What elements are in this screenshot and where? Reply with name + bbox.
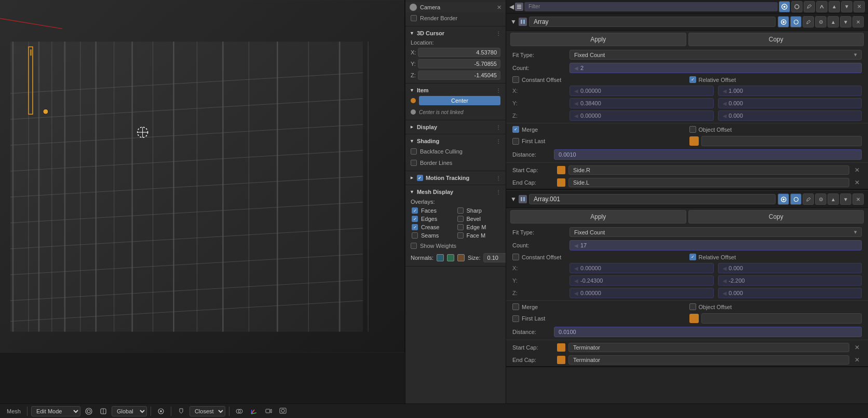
render-btn[interactable] (277, 407, 289, 416)
face-m-item[interactable]: Face M (456, 232, 501, 239)
array1-firstlast-checkbox[interactable] (512, 138, 519, 145)
backface-culling-row[interactable]: Backface Culling (405, 146, 506, 157)
array2-start-cap-clear[interactable]: ✕ (852, 343, 862, 352)
array2-viewport-btn[interactable] (790, 193, 802, 205)
up-arrow-icon[interactable]: ▲ (829, 1, 840, 12)
array1-start-cap-input[interactable]: Side.R (568, 165, 849, 175)
array1-obj-field[interactable] (701, 136, 862, 146)
array1-y-rel[interactable]: ◀ 0.000 (718, 98, 862, 108)
array1-obj-offset-checkbox[interactable] (689, 126, 696, 133)
array1-start-cap-clear[interactable]: ✕ (852, 165, 862, 175)
bevel-checkbox[interactable] (457, 216, 464, 222)
array2-icon[interactable] (519, 195, 527, 203)
array2-z-rel[interactable]: ◀ 0.000 (718, 288, 862, 298)
array1-copy-btn[interactable]: Copy (688, 33, 864, 46)
shading-header[interactable]: ▼ Shading ⋮ (405, 136, 506, 146)
snap-btn[interactable] (175, 407, 187, 416)
overlay-btn[interactable] (233, 407, 246, 416)
array2-end-cap-clear[interactable]: ✕ (852, 355, 862, 365)
array2-start-cap-input[interactable]: Terminator (568, 343, 849, 352)
array2-y-const[interactable]: ◀ -0.24300 (569, 275, 714, 286)
faces-item[interactable]: Faces (411, 207, 455, 214)
render-icon[interactable] (779, 1, 790, 12)
faces-checkbox[interactable] (412, 207, 418, 214)
array2-constant-checkbox[interactable] (512, 254, 519, 260)
array2-relative-checkbox[interactable] (689, 254, 696, 260)
array2-firstlast-checkbox[interactable] (512, 315, 519, 322)
array2-fit-type-val[interactable]: Fixed Count (569, 227, 862, 237)
x-input[interactable] (418, 48, 500, 57)
array1-distance-val[interactable]: 0.0010 (554, 149, 862, 160)
array1-settings-btn[interactable]: ⚙ (815, 16, 826, 27)
array2-distance-val[interactable]: 0.0100 (554, 327, 862, 337)
array1-collapse[interactable]: ▼ (510, 18, 517, 25)
array2-x-const[interactable]: ◀ 0.00000 (569, 263, 714, 273)
show-weights-checkbox[interactable] (411, 243, 417, 249)
edge-m-item[interactable]: Edge M (456, 224, 501, 231)
cursor-header[interactable]: ▼ 3D Cursor ⋮ (405, 29, 506, 38)
array2-x-rel[interactable]: ◀ 0.000 (718, 263, 862, 273)
array1-z-const[interactable]: ◀ 0.00000 (569, 110, 714, 121)
array2-up-btn[interactable]: ▲ (828, 193, 839, 205)
sharp-checkbox[interactable] (457, 207, 464, 214)
normals-size-input[interactable] (483, 253, 506, 262)
array1-count-val[interactable]: ◀ 2 (569, 63, 862, 73)
array1-constant-checkbox[interactable] (512, 76, 519, 83)
array1-down-btn[interactable]: ▼ (840, 16, 851, 27)
down-arrow-icon[interactable]: ▼ (841, 1, 852, 12)
edges-item[interactable]: Edges (411, 215, 455, 222)
normals-face-icon[interactable] (447, 254, 454, 261)
display-header[interactable]: ▼ Display ⋮ (405, 122, 506, 132)
crease-item[interactable]: Crease (411, 224, 455, 231)
snap-to-select[interactable]: Closest Center Median (189, 406, 225, 416)
array2-apply-btn[interactable]: Apply (510, 210, 686, 224)
array2-close-btn[interactable]: ✕ (852, 193, 864, 205)
seams-checkbox[interactable] (412, 232, 418, 239)
3d-viewport[interactable] (0, 0, 405, 353)
seams-item[interactable]: Seams (411, 232, 455, 239)
edges-checkbox[interactable] (412, 216, 418, 222)
backface-culling-checkbox[interactable] (411, 148, 417, 155)
settings-close-icon[interactable]: ✕ (853, 1, 865, 12)
array2-z-const[interactable]: ◀ 0.00000 (569, 288, 714, 298)
array2-end-cap-input[interactable]: Terminator (568, 355, 849, 365)
center-button[interactable]: Center (419, 96, 500, 105)
array2-count-val[interactable]: ◀ 17 (569, 240, 862, 250)
array2-edit-btn[interactable] (803, 193, 814, 205)
item-header[interactable]: ▼ Item ⋮ (405, 86, 506, 95)
show-weights-row[interactable]: Show Weights (405, 240, 506, 252)
array1-close-btn[interactable]: ✕ (852, 16, 864, 27)
array2-name-input[interactable]: Array.001 (529, 194, 776, 204)
edge-m-checkbox[interactable] (457, 224, 464, 230)
array2-collapse[interactable]: ▼ (510, 196, 517, 203)
sharp-item[interactable]: Sharp (456, 207, 501, 214)
border-lines-row[interactable]: Border Lines (405, 157, 506, 169)
array1-up-btn[interactable]: ▲ (828, 16, 839, 27)
array1-z-rel[interactable]: ◀ 0.000 (718, 110, 862, 121)
array1-merge-checkbox[interactable] (512, 126, 519, 133)
array2-render-btn[interactable] (778, 193, 789, 205)
viewport-shading-btn[interactable] (97, 407, 110, 416)
viewport-gizmo-btn[interactable] (248, 407, 260, 416)
array1-end-cap-input[interactable]: Side.L (568, 178, 849, 187)
view-icon[interactable] (791, 1, 803, 12)
motion-tracking-checkbox[interactable] (417, 175, 423, 181)
normals-split-icon[interactable] (457, 254, 465, 261)
view-transform-btn[interactable] (83, 407, 95, 416)
render-border-row[interactable]: Render Border (405, 12, 506, 24)
close-camera-button[interactable]: ✕ (497, 4, 501, 11)
array1-edit-btn[interactable] (803, 16, 814, 27)
array2-down-btn[interactable]: ▼ (840, 193, 851, 205)
array1-render-btn[interactable] (778, 16, 789, 27)
array1-name-input[interactable]: Array (529, 17, 776, 27)
array2-y-rel[interactable]: ◀ -2.200 (718, 275, 862, 286)
bevel-item[interactable]: Bevel (456, 215, 501, 222)
array1-relative-checkbox[interactable] (689, 76, 696, 83)
y-input[interactable] (418, 59, 500, 68)
array1-fit-type-val[interactable]: Fixed Count (569, 50, 862, 60)
array2-merge-checkbox[interactable] (512, 303, 519, 310)
z-input[interactable] (418, 71, 500, 80)
render-border-checkbox[interactable] (411, 15, 417, 21)
array1-x-const[interactable]: ◀ 0.00000 (569, 86, 714, 96)
modifier-collapse-arrow[interactable]: ◀ (509, 3, 514, 10)
